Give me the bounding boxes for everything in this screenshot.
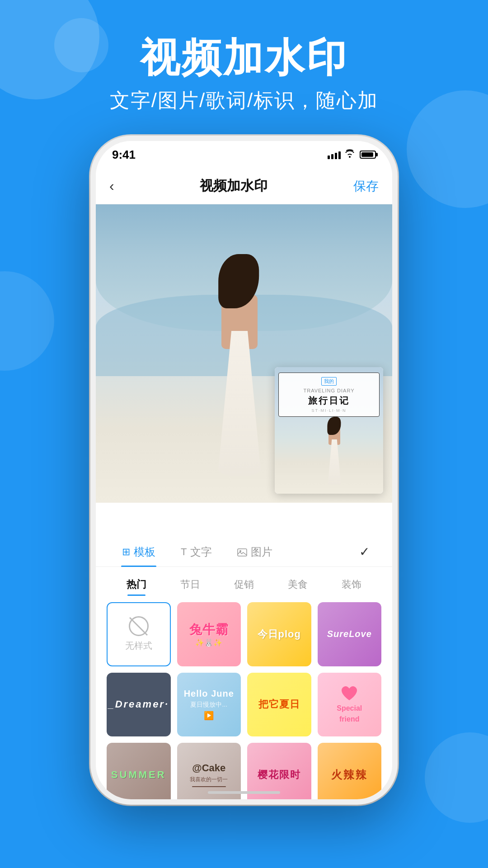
template-cute-bunny-icon: ✨🐰✨ bbox=[195, 638, 222, 647]
cat-festival[interactable]: 节日 bbox=[163, 574, 217, 595]
watermark-author: ST·MI·LI·M·N bbox=[283, 408, 375, 413]
bottom-panel: ⊞ 模板 T 文字 bbox=[96, 528, 392, 799]
template-hello-june-text2: 夏日慢放中... bbox=[190, 701, 227, 709]
bg-circle-5 bbox=[425, 732, 488, 823]
template-plog[interactable]: 今日plog bbox=[247, 602, 311, 666]
cat-food[interactable]: 美食 bbox=[271, 574, 325, 595]
mini-beach-scene: 我的 TRAVELING DIARY 旅行日记 ST·MI·LI·M·N bbox=[275, 367, 383, 494]
watermark-small-label: TRAVELING DIARY bbox=[283, 388, 375, 393]
signal-bar-4 bbox=[338, 151, 341, 159]
watermark-text-box: 我的 TRAVELING DIARY 旅行日记 ST·MI·LI·M·N bbox=[278, 373, 380, 417]
template-special-friend-text: Special bbox=[337, 704, 362, 712]
template-hello-june[interactable]: Hello June 夏日慢放中... ▶️ bbox=[177, 673, 241, 737]
template-love[interactable]: SureLove bbox=[318, 602, 382, 666]
cat-promo[interactable]: 促销 bbox=[217, 574, 271, 595]
template-spicy[interactable]: 火辣辣 bbox=[318, 743, 382, 799]
save-button[interactable]: 保存 bbox=[353, 178, 379, 195]
template-flowers-text: 樱花限时 bbox=[258, 768, 301, 782]
check-button[interactable]: ✓ bbox=[350, 537, 379, 566]
mini-person bbox=[321, 412, 348, 485]
template-icon: ⊞ bbox=[122, 546, 130, 558]
person-figure bbox=[194, 250, 285, 476]
cake-underline bbox=[192, 786, 226, 787]
phone-screen: 9:41 bbox=[96, 141, 392, 799]
template-summer-diary[interactable]: 把它夏日 bbox=[247, 673, 311, 737]
watermark-overlay[interactable]: 我的 TRAVELING DIARY 旅行日记 ST·MI·LI·M·N bbox=[275, 367, 383, 494]
tab-image-label: 图片 bbox=[251, 545, 272, 559]
video-preview: 我的 TRAVELING DIARY 旅行日记 ST·MI·LI·M·N bbox=[96, 204, 392, 503]
template-summer-text: SUMMER bbox=[111, 769, 166, 781]
page-subtitle: 文字/图片/歌词/标识，随心加 bbox=[0, 87, 488, 114]
template-summer-diary-text: 把它夏日 bbox=[258, 698, 300, 711]
template-no-style[interactable]: 无样式 bbox=[107, 602, 171, 666]
template-dreamer-text: _Dreamer· bbox=[108, 698, 169, 710]
template-love-text: SureLove bbox=[327, 629, 372, 639]
template-spicy-text: 火辣辣 bbox=[331, 768, 368, 782]
no-style-circle bbox=[129, 616, 149, 636]
no-style-label: 无样式 bbox=[125, 640, 152, 652]
cat-decor[interactable]: 装饰 bbox=[325, 574, 379, 595]
template-hello-june-text1: Hello June bbox=[184, 689, 234, 699]
template-special-friend-text2: friend bbox=[339, 715, 359, 723]
signal-bar-2 bbox=[331, 154, 333, 159]
nav-bar: ‹ 视频加水印 保存 bbox=[96, 168, 392, 204]
dress bbox=[212, 331, 267, 476]
signal-bar-1 bbox=[328, 156, 330, 159]
template-grid: 无样式 兔牛霸 ✨🐰✨ 今日plog bbox=[96, 602, 392, 799]
beach-scene: 我的 TRAVELING DIARY 旅行日记 ST·MI·LI·M·N bbox=[96, 204, 392, 503]
signal-icon bbox=[328, 150, 341, 159]
nav-title: 视频加水印 bbox=[200, 177, 267, 195]
template-hello-june-icon: ▶️ bbox=[204, 711, 214, 721]
template-cute-bunny[interactable]: 兔牛霸 ✨🐰✨ bbox=[177, 602, 241, 666]
back-button[interactable]: ‹ bbox=[109, 178, 114, 194]
home-indicator bbox=[208, 791, 280, 794]
phone-notch bbox=[199, 141, 289, 158]
template-dreamer[interactable]: _Dreamer· bbox=[107, 673, 171, 737]
phone-mockup: 9:41 bbox=[90, 136, 398, 805]
category-tabs: 热门 节日 促销 美食 装饰 bbox=[96, 567, 392, 602]
page-title: 视频加水印 bbox=[0, 36, 488, 80]
template-summer[interactable]: SUMMER bbox=[107, 743, 171, 799]
template-special-friend[interactable]: Special friend bbox=[318, 673, 382, 737]
mini-dress bbox=[326, 439, 343, 485]
cat-hot[interactable]: 热门 bbox=[109, 574, 163, 595]
tab-image[interactable]: 图片 bbox=[225, 538, 285, 566]
person-body bbox=[194, 250, 285, 476]
text-icon: T bbox=[181, 546, 187, 558]
battery-icon bbox=[360, 151, 376, 159]
watermark-badge: 我的 bbox=[321, 377, 337, 386]
tab-text-label: 文字 bbox=[190, 545, 212, 559]
tab-bar: ⊞ 模板 T 文字 bbox=[96, 528, 392, 567]
template-cake-text1: @Cake bbox=[192, 762, 225, 774]
tab-template[interactable]: ⊞ 模板 bbox=[109, 538, 168, 566]
page-header: 视频加水印 文字/图片/歌词/标识，随心加 bbox=[0, 0, 488, 114]
battery-fill bbox=[361, 152, 373, 157]
image-icon bbox=[237, 546, 247, 558]
status-time: 9:41 bbox=[112, 148, 136, 162]
tab-template-label: 模板 bbox=[134, 545, 155, 559]
signal-bar-3 bbox=[335, 153, 337, 159]
template-cake-text2: 我喜欢的一切一 bbox=[190, 776, 228, 783]
phone-outer: 9:41 bbox=[90, 136, 398, 805]
bg-circle-4 bbox=[0, 271, 54, 371]
status-icons bbox=[328, 149, 376, 160]
watermark-cn-label: 旅行日记 bbox=[283, 395, 375, 407]
wifi-icon bbox=[344, 149, 355, 160]
tab-text[interactable]: T 文字 bbox=[168, 538, 225, 566]
heart-icon bbox=[340, 685, 358, 702]
template-plog-text: 今日plog bbox=[258, 627, 301, 641]
template-cute-bunny-text: 兔牛霸 bbox=[189, 621, 229, 638]
